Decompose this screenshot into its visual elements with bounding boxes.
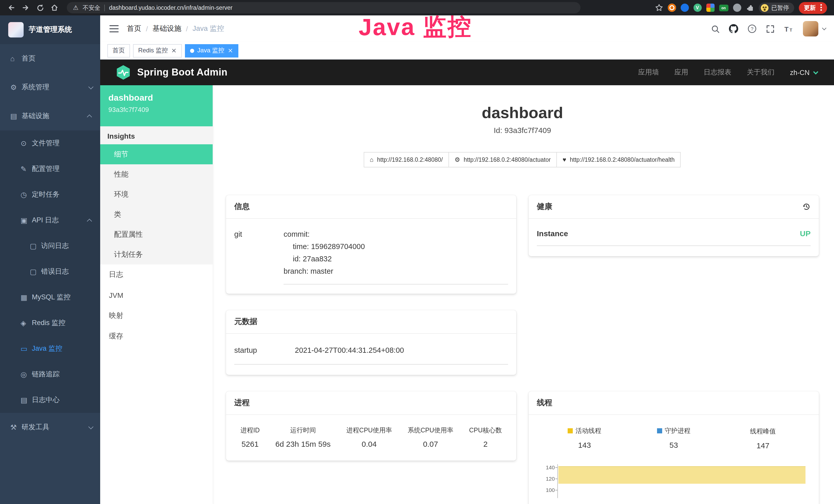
language-label: zh-CN [790,69,810,76]
logo-avatar [8,22,24,38]
live-threads-swatch [568,428,573,433]
sidebar-item-label: 配置管理 [32,164,60,174]
sba-nav-details[interactable]: 细节 [100,144,213,164]
github-icon[interactable] [729,24,738,33]
reload-button[interactable] [34,2,46,14]
back-button[interactable] [5,2,18,14]
process-col-header: 运行时间 [275,426,331,435]
sba-nav-wallboard[interactable]: 应用墙 [638,68,659,77]
process-col-header: 进程ID [240,426,260,435]
extension-icon[interactable] [680,4,688,12]
git-commit-time: time: 1596289704000 [284,240,508,253]
insights-group: Insights 细节 性能 环境 类 配置属性 计划任务 [100,126,213,265]
breadcrumb-current: Java 监控 [193,24,224,33]
search-icon[interactable] [711,24,720,33]
tab-home[interactable]: 首页 [107,44,130,57]
service-url-link[interactable]: ⌂ http://192.168.0.2:48080/ [364,152,449,167]
sidebar-item-error-logs[interactable]: ▢ 错误日志 [0,259,100,284]
browser-window: ⚠ 不安全 dashboard.yudao.iocoder.cn/infra/a… [0,0,834,504]
app-logo[interactable]: 芋道管理系统 [0,16,100,44]
health-url-link[interactable]: ♥ http://192.168.0.2:48080/actuator/heal… [556,152,681,167]
sidebar-item-home[interactable]: ⌂ 首页 [0,44,100,73]
font-size-icon[interactable]: TT [784,24,794,33]
sidebar-item-mysql-monitor[interactable]: ▦ MySQL 监控 [0,284,100,310]
security-label[interactable]: 不安全 [83,4,101,12]
sba-nav-applications[interactable]: 应用 [674,68,688,77]
breadcrumb-infrastructure[interactable]: 基础设施 [153,24,181,33]
extension-icon[interactable] [667,4,676,12]
breadcrumb-home[interactable]: 首页 [127,24,141,33]
health-instance-label[interactable]: Instance [537,229,568,238]
sidebar-item-infrastructure[interactable]: ▤ 基础设施 [0,102,100,131]
extensions-puzzle-icon[interactable] [746,4,754,12]
forward-button[interactable] [20,2,32,14]
info-card-title: 信息 [226,195,516,219]
language-selector[interactable]: zh-CN [790,69,817,76]
bookmark-star-icon[interactable] [655,4,663,12]
sidebar-item-redis-monitor[interactable]: ◈ Redis 监控 [0,310,100,336]
sidebar-item-log-center[interactable]: ▤ 日志中心 [0,387,100,413]
log-icon: ▣ [21,216,32,224]
switch-extension-icon[interactable]: on [719,4,728,11]
sba-header: Spring Boot Admin 应用墙 应用 日志报表 关于我们 zh-CN [100,60,834,85]
sba-nav-scheduled-tasks[interactable]: 计划任务 [100,245,213,265]
close-icon[interactable] [171,48,177,53]
chevron-down-icon [88,84,93,89]
sba-nav-classes[interactable]: 类 [100,204,213,224]
sidebar-item-tracing[interactable]: ◎ 链路追踪 [0,362,100,387]
extension-icon[interactable] [733,4,741,12]
wrench-icon: ⚙ [455,156,460,163]
history-icon[interactable] [802,202,811,211]
sidebar-item-file-mgmt[interactable]: ⊙ 文件管理 [0,131,100,156]
menu-kebab-icon[interactable] [820,4,822,11]
fullscreen-icon[interactable] [766,24,775,33]
tab-java-monitor[interactable]: Java 监控 [185,44,238,57]
process-card: 进程 进程ID 5261 运行时间 6d 23h 15m 59 [226,391,516,461]
sba-main: dashboard Id: 93a3fc7f7409 ⌂ http://192.… [213,85,834,504]
extension-icon[interactable] [706,4,714,12]
sidebar-toggle-icon[interactable] [109,25,119,32]
live-threads-value: 143 [540,441,629,449]
sidebar-item-label: Java 监控 [32,344,62,353]
info-key: git [234,228,284,284]
sba-nav-caches[interactable]: 缓存 [100,326,213,347]
vue-devtools-icon[interactable]: V [693,4,701,12]
address-bar[interactable]: ⚠ 不安全 dashboard.yudao.iocoder.cn/infra/a… [67,2,580,13]
home-button[interactable] [48,2,61,14]
link-label: http://192.168.0.2:48080/ [377,157,443,163]
sba-nav-journal[interactable]: 日志报表 [704,68,731,77]
actuator-url-link[interactable]: ⚙ http://192.168.0.2:48080/actuator [448,152,557,167]
active-tab-dot [190,48,194,53]
sidebar-item-dev-tools[interactable]: ⚒ 研发工具 [0,413,100,442]
sidebar-item-scheduled-jobs[interactable]: ◷ 定时任务 [0,182,100,207]
sidebar-item-label: 错误日志 [41,267,69,276]
sba-nav-about[interactable]: 关于我们 [747,68,774,77]
sba-nav-jvm[interactable]: JVM [100,285,213,305]
sba-nav: 应用墙 应用 日志报表 关于我们 zh-CN [638,68,817,77]
sidebar-item-access-logs[interactable]: ▢ 访问日志 [0,233,100,259]
tab-redis-monitor[interactable]: Redis 监控 [133,44,182,57]
process-cpu-value: 0.04 [346,439,392,448]
sba-nav-mappings[interactable]: 映射 [100,305,213,326]
tags-bar: 首页 Redis 监控 Java 监控 [100,42,834,60]
sba-app-header[interactable]: dashboard 93a3fc7f7409 [100,85,213,126]
user-menu[interactable] [803,21,825,37]
sba-nav-environment[interactable]: 环境 [100,184,213,204]
sidebar-item-api-logs[interactable]: ▣ API 日志 [0,207,100,233]
profile-paused-chip[interactable]: 已暂停 [759,2,794,13]
status-badge: UP [800,229,811,238]
sba-app-name: dashboard [108,93,204,103]
sidebar-item-java-monitor[interactable]: ▭ Java 监控 [0,336,100,362]
document-icon: ▢ [30,242,41,250]
breadcrumb-separator: / [186,25,188,33]
sba-nav-metrics[interactable]: 性能 [100,164,213,184]
chrome-update-button[interactable]: 更新 [799,2,827,14]
sidebar-item-system-mgmt[interactable]: ⚙ 系统管理 [0,73,100,102]
sidebar-item-config-mgmt[interactable]: ✎ 配置管理 [0,156,100,182]
sba-nav-logs[interactable]: 日志 [100,265,213,285]
close-icon[interactable] [227,48,233,53]
sba-nav-config-props[interactable]: 配置属性 [100,224,213,245]
sba-brand[interactable]: Spring Boot Admin [115,65,227,80]
file-icon: ⊙ [21,139,32,147]
help-icon[interactable]: ? [747,24,757,33]
